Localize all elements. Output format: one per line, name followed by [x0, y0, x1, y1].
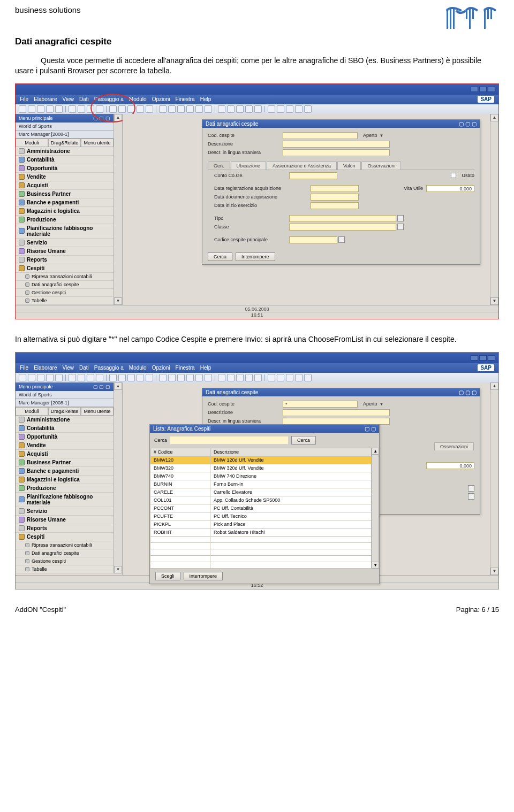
menu-elaborare[interactable]: Elaborare: [34, 365, 57, 371]
toolbar-button[interactable]: [286, 374, 293, 381]
module-item[interactable]: Acquisti: [16, 181, 114, 190]
module-item[interactable]: Produzione: [16, 216, 114, 224]
cancel-button[interactable]: Interrompere: [236, 252, 275, 261]
menu-modulo[interactable]: Modulo: [129, 96, 147, 102]
form-tab-3[interactable]: Valori: [337, 162, 361, 170]
scroll-down-icon[interactable]: ▼: [114, 566, 122, 573]
main-scroll-up-icon[interactable]: ▲: [490, 382, 498, 390]
main-scrollbar[interactable]: ▲ ▼: [490, 114, 498, 305]
toolbar-button[interactable]: [236, 374, 244, 381]
win-max-icon[interactable]: [479, 87, 487, 92]
toolbar-button[interactable]: [268, 105, 275, 113]
toolbar-button[interactable]: [37, 374, 44, 381]
form-tab-2[interactable]: Assicurazione e Assistenza: [267, 162, 337, 170]
toolbar-button[interactable]: [55, 374, 63, 381]
col-code[interactable]: # Codice: [150, 448, 210, 456]
toolbar-button[interactable]: [268, 374, 275, 381]
toolbar-button[interactable]: [218, 105, 225, 113]
submenu-item[interactable]: Gestione cespiti: [16, 557, 114, 565]
toolbar-button[interactable]: [168, 105, 176, 113]
submenu-item[interactable]: Dati anagrafici cespite: [16, 281, 114, 289]
toolbar-button[interactable]: [96, 374, 103, 381]
toolbar-button[interactable]: [177, 374, 185, 381]
toolbar-button[interactable]: [78, 105, 85, 113]
toolbar-button[interactable]: [295, 105, 303, 113]
menu-opzioni[interactable]: Opzioni: [152, 365, 170, 371]
table-row[interactable]: PCUFTEPC Uff. Tecnico: [150, 512, 372, 520]
menu-file[interactable]: File: [20, 96, 28, 102]
codice-lookup-icon[interactable]: [338, 236, 345, 243]
search-button[interactable]: Cerca: [291, 436, 316, 445]
table-row[interactable]: BMW740BMW 740 Direzione: [150, 472, 372, 480]
win-min-icon[interactable]: [471, 355, 478, 361]
submenu-item[interactable]: Ripresa transazioni contabili: [16, 273, 114, 281]
table-row[interactable]: PCCONTPC Uff. Contabilità: [150, 504, 372, 512]
scroll-up-icon[interactable]: ▲: [114, 382, 122, 390]
checkbox-usato[interactable]: [451, 173, 456, 178]
input-vita[interactable]: 0,000: [426, 185, 474, 192]
search-button[interactable]: Cerca: [208, 252, 232, 261]
win-min-icon[interactable]: [471, 87, 478, 92]
toolbar-button[interactable]: [28, 374, 35, 381]
input-cod[interactable]: *: [283, 401, 358, 408]
menu-view[interactable]: View: [62, 96, 74, 102]
toolbar-button[interactable]: [118, 374, 126, 381]
toolbar-button[interactable]: [177, 105, 185, 113]
sidebar-tab-1[interactable]: Drag&Relate: [48, 407, 81, 415]
table-row[interactable]: ROBHITRobot Saldatore Hitachi: [150, 528, 372, 536]
menu-help[interactable]: Help: [200, 96, 211, 102]
module-item[interactable]: Banche e pagamenti: [16, 467, 114, 476]
table-row[interactable]: CARELECarrello Elevatore: [150, 488, 372, 496]
toolbar-button[interactable]: [137, 374, 144, 381]
toolbar-button[interactable]: [195, 374, 203, 381]
module-item[interactable]: Amministrazione: [16, 416, 114, 424]
cancel-button[interactable]: Interrompere: [184, 572, 223, 580]
toolbar-button[interactable]: [159, 374, 167, 381]
module-item[interactable]: Servizio: [16, 507, 114, 516]
menu-finestra[interactable]: Finestra: [176, 96, 195, 102]
toolbar-button[interactable]: [186, 105, 194, 113]
menu-passaggio-a[interactable]: Passaggio a: [94, 365, 124, 371]
main-scroll-up-icon[interactable]: ▲: [490, 114, 498, 121]
toolbar-button[interactable]: [205, 105, 212, 113]
input-classe[interactable]: [289, 224, 396, 231]
module-item[interactable]: Magazzini e logistica: [16, 476, 114, 484]
search-input[interactable]: [170, 436, 288, 444]
sidebar-tab-1[interactable]: Drag&Relate: [48, 139, 81, 147]
module-item[interactable]: Contabilità: [16, 156, 114, 164]
form-tab-1[interactable]: Ubicazione: [231, 162, 267, 170]
toolbar-button[interactable]: [254, 105, 262, 113]
toolbar-button[interactable]: [69, 374, 76, 381]
toolbar-button[interactable]: [146, 105, 153, 113]
toolbar-button[interactable]: [109, 374, 117, 381]
win-close-icon[interactable]: [488, 355, 495, 361]
menu-modulo[interactable]: Modulo: [129, 365, 147, 371]
module-item[interactable]: Risorse Umane: [16, 247, 114, 256]
tab-osservazioni-visible[interactable]: Osservazioni: [434, 442, 474, 450]
table-row[interactable]: BMW320BMW 320d Uff. Vendite: [150, 464, 372, 472]
col-desc[interactable]: Descrizione: [210, 448, 372, 456]
toolbar-button[interactable]: [146, 374, 153, 381]
lookup-icon-visible-1[interactable]: [468, 485, 474, 492]
input-desc[interactable]: [283, 141, 390, 148]
module-item[interactable]: Opportunità: [16, 164, 114, 173]
toolbar-button[interactable]: [227, 105, 235, 113]
input-desc[interactable]: [283, 409, 390, 416]
menu-opzioni[interactable]: Opzioni: [152, 96, 170, 102]
module-item[interactable]: Pianificazione fabbisogno materiale: [16, 224, 114, 239]
toolbar-button[interactable]: [118, 105, 126, 113]
toolbar-button[interactable]: [195, 105, 203, 113]
toolbar-button[interactable]: [295, 374, 303, 381]
table-scrollbar[interactable]: ▲ ▼: [372, 448, 379, 569]
module-item[interactable]: Vendite: [16, 173, 114, 181]
module-item[interactable]: Produzione: [16, 484, 114, 493]
sidebar-tab-0[interactable]: Moduli: [16, 407, 48, 415]
module-item[interactable]: Magazzini e logistica: [16, 207, 114, 216]
toolbar-button[interactable]: [186, 374, 194, 381]
form-tab-4[interactable]: Osservazioni: [361, 162, 401, 170]
table-row[interactable]: BMW120BMW 120d Uff. Vendite: [150, 456, 372, 464]
module-item[interactable]: Business Partner: [16, 190, 114, 198]
submenu-item[interactable]: Ripresa transazioni contabili: [16, 541, 114, 549]
menu-view[interactable]: View: [62, 365, 74, 371]
module-item[interactable]: Servizio: [16, 239, 114, 247]
